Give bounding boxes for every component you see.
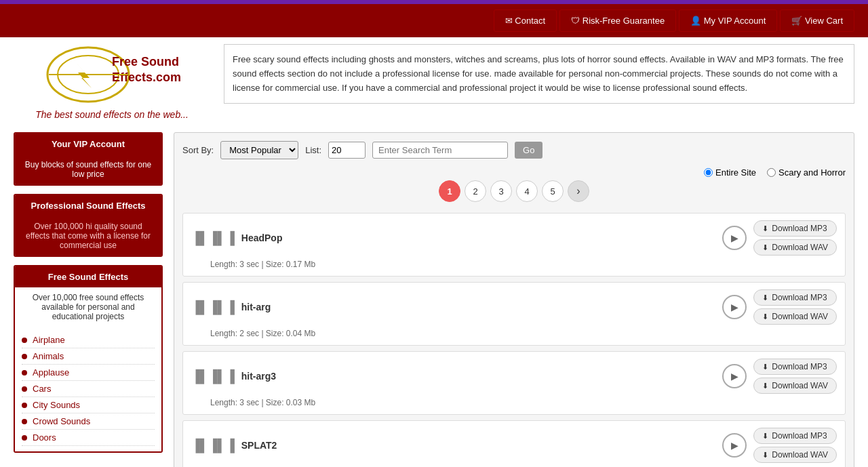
download-icon: ⬇ bbox=[762, 432, 768, 441]
vip-account-box: Your VIP Account Buy blocks of sound eff… bbox=[14, 132, 163, 186]
next-page-button[interactable]: › bbox=[568, 180, 589, 202]
sound-name: hit-arg3 bbox=[241, 371, 716, 382]
page-3-button[interactable]: 3 bbox=[490, 180, 512, 202]
bullet-icon bbox=[22, 370, 27, 375]
bullet-icon bbox=[22, 338, 27, 343]
bullet-icon bbox=[22, 419, 27, 424]
download-wav-button[interactable]: ⬇ Download WAV bbox=[753, 239, 837, 256]
bullet-icon bbox=[22, 354, 27, 359]
sidebar-item-label: Applause bbox=[33, 367, 69, 378]
logo-tagline: The best sound effects on the web... bbox=[35, 109, 189, 120]
sidebar-item-cars[interactable]: Cars bbox=[22, 381, 155, 397]
sound-row: ▐▌▐▌▐ hit-arg3 ▶ ⬇ Download MP3 ⬇ Downlo… bbox=[182, 351, 846, 415]
radio-entire-site[interactable]: Entire Site bbox=[704, 167, 756, 178]
sidebar-item-label: Crowd Sounds bbox=[33, 416, 90, 426]
radio-entire-label: Entire Site bbox=[715, 167, 756, 178]
sound-name: hit-arg bbox=[241, 302, 716, 312]
list-count-input[interactable] bbox=[328, 142, 366, 159]
play-button[interactable]: ▶ bbox=[722, 364, 747, 388]
download-wav-button[interactable]: ⬇ Download WAV bbox=[753, 447, 837, 463]
play-button[interactable]: ▶ bbox=[722, 226, 747, 250]
download-buttons: ⬇ Download MP3 ⬇ Download WAV bbox=[753, 359, 837, 394]
sound-row: ▐▌▐▌▐ HeadPop ▶ ⬇ Download MP3 ⬇ Downloa… bbox=[182, 213, 846, 277]
sound-meta: Length: 3 sec | Size: 0.17 Mb bbox=[191, 260, 837, 269]
download-icon: ⬇ bbox=[762, 363, 768, 371]
radio-scary-label: Scary and Horror bbox=[778, 167, 846, 178]
play-button[interactable]: ▶ bbox=[722, 295, 747, 319]
download-wav-button[interactable]: ⬇ Download WAV bbox=[753, 378, 837, 394]
go-button[interactable]: Go bbox=[515, 142, 542, 159]
download-icon: ⬇ bbox=[762, 224, 768, 233]
contact-nav[interactable]: ✉ ✉ ContactContact bbox=[494, 9, 557, 32]
main-layout: Your VIP Account Buy blocks of sound eff… bbox=[0, 132, 868, 467]
sidebar-item-label: Cars bbox=[33, 384, 51, 394]
sidebar-item-label: Doors bbox=[33, 432, 56, 443]
page-2-button[interactable]: 2 bbox=[465, 180, 486, 202]
download-buttons: ⬇ Download MP3 ⬇ Download WAV bbox=[753, 289, 837, 325]
download-mp3-button[interactable]: ⬇ Download MP3 bbox=[753, 359, 837, 375]
sidebar-item-city-sounds[interactable]: City Sounds bbox=[22, 397, 155, 413]
header: Free Sound Effects.com The best sound ef… bbox=[0, 37, 868, 127]
sidebar-item-label: City Sounds bbox=[33, 400, 80, 410]
download-mp3-button[interactable]: ⬇ Download MP3 bbox=[753, 220, 837, 237]
sidebar-item-applause[interactable]: Applause bbox=[22, 365, 155, 381]
download-icon: ⬇ bbox=[762, 243, 768, 252]
free-body: Over 10,000 free sound effects available… bbox=[15, 287, 161, 327]
filter-radio-group: Entire Site Scary and Horror bbox=[704, 167, 846, 178]
sound-meta: Length: 2 sec | Size: 0.04 Mb bbox=[191, 329, 837, 338]
svg-text:Free Sound: Free Sound bbox=[112, 55, 179, 68]
vip-body[interactable]: Buy blocks of sound effects for one low … bbox=[15, 155, 161, 184]
vip-title: Your VIP Account bbox=[15, 134, 161, 155]
sort-select[interactable]: Most Popular Newest Name bbox=[220, 141, 298, 159]
waveform-icon: ▐▌▐▌▐ bbox=[191, 300, 235, 314]
pro-title: Professional Sound Effects bbox=[15, 195, 161, 216]
sidebar-item-label: Airplane bbox=[33, 335, 65, 345]
sound-name: HeadPop bbox=[241, 232, 716, 243]
sound-name: SPLAT2 bbox=[241, 440, 716, 451]
sidebar-item-doors[interactable]: Doors bbox=[22, 430, 155, 446]
download-icon: ⬇ bbox=[762, 312, 768, 321]
page-4-button[interactable]: 4 bbox=[516, 180, 538, 202]
sound-row-top: ▐▌▐▌▐ HeadPop ▶ ⬇ Download MP3 ⬇ Downloa… bbox=[191, 220, 837, 256]
sound-row: ▐▌▐▌▐ SPLAT2 ▶ ⬇ Download MP3 ⬇ Download… bbox=[182, 420, 846, 467]
list-label: List: bbox=[305, 145, 321, 155]
controls-row: Sort By: Most Popular Newest Name List: … bbox=[182, 141, 846, 159]
page-1-button[interactable]: 1 bbox=[439, 180, 460, 202]
svg-text:Effects.com: Effects.com bbox=[112, 70, 181, 84]
free-sound-box: Free Sound Effects Over 10,000 free soun… bbox=[14, 265, 163, 453]
sidebar: Your VIP Account Buy blocks of sound eff… bbox=[14, 132, 163, 467]
sound-row-top: ▐▌▐▌▐ SPLAT2 ▶ ⬇ Download MP3 ⬇ Download… bbox=[191, 428, 837, 463]
download-mp3-button[interactable]: ⬇ Download MP3 bbox=[753, 428, 837, 444]
play-button[interactable]: ▶ bbox=[722, 433, 747, 458]
pro-body[interactable]: Over 100,000 hi quality sound effects th… bbox=[15, 216, 161, 256]
bullet-icon bbox=[22, 435, 27, 441]
sidebar-item-airplane[interactable]: Airplane bbox=[22, 332, 155, 348]
download-mp3-button[interactable]: ⬇ Download MP3 bbox=[753, 289, 837, 306]
vip-account-nav[interactable]: 👤 My VIP Account bbox=[679, 9, 777, 32]
waveform-icon: ▐▌▐▌▐ bbox=[191, 439, 235, 453]
radio-scary[interactable]: Scary and Horror bbox=[767, 167, 846, 178]
pro-sound-box: Professional Sound Effects Over 100,000 … bbox=[14, 194, 163, 257]
sidebar-item-label: Animals bbox=[33, 351, 64, 361]
view-cart-nav[interactable]: 🛒 View Cart bbox=[780, 9, 854, 32]
sidebar-list: Airplane Animals Applause Cars City Soun… bbox=[15, 327, 161, 451]
bullet-icon bbox=[22, 386, 27, 392]
download-wav-button[interactable]: ⬇ Download WAV bbox=[753, 308, 837, 325]
radio-row: Entire Site Scary and Horror bbox=[182, 167, 846, 178]
logo-area: Free Sound Effects.com The best sound ef… bbox=[14, 44, 210, 120]
free-title: Free Sound Effects bbox=[15, 266, 161, 287]
download-icon: ⬇ bbox=[762, 451, 768, 460]
logo-image: Free Sound Effects.com bbox=[20, 44, 203, 105]
download-buttons: ⬇ Download MP3 ⬇ Download WAV bbox=[753, 220, 837, 256]
download-icon: ⬇ bbox=[762, 382, 768, 390]
waveform-icon: ▐▌▐▌▐ bbox=[191, 231, 235, 245]
sidebar-item-crowd-sounds[interactable]: Crowd Sounds bbox=[22, 413, 155, 430]
guarantee-nav[interactable]: 🛡 Risk-Free Guarantee bbox=[559, 9, 676, 32]
search-input[interactable] bbox=[372, 142, 508, 159]
header-description: Free scary sound effects including ghost… bbox=[224, 44, 854, 104]
nav-bar: ✉ ✉ ContactContact 🛡 Risk-Free Guarantee… bbox=[0, 4, 868, 37]
page-5-button[interactable]: 5 bbox=[542, 180, 564, 202]
download-icon: ⬇ bbox=[762, 293, 768, 302]
sort-label: Sort By: bbox=[182, 145, 214, 155]
sidebar-item-animals[interactable]: Animals bbox=[22, 348, 155, 365]
